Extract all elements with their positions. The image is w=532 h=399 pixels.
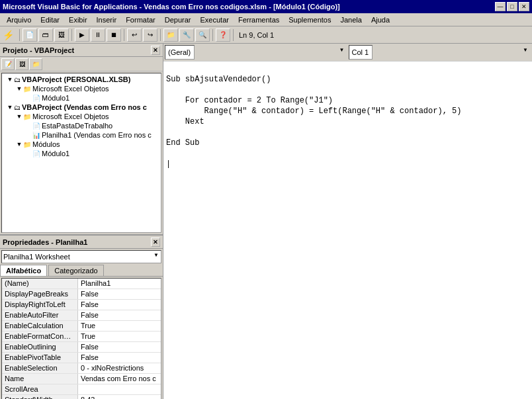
props-val-3: False — [78, 310, 161, 320]
menu-item-janela[interactable]: Janela — [337, 15, 366, 24]
menu-item-executar[interactable]: Executar — [197, 15, 233, 24]
run-btn[interactable]: ▶ — [75, 28, 89, 42]
help-btn[interactable]: ❓ — [216, 28, 230, 42]
code-editor[interactable]: Sub sbAjsutaVendedor() For contador = 2 … — [163, 62, 532, 399]
menu-item-ajuda[interactable]: Ajuda — [367, 15, 394, 24]
props-key-6: EnableOutlining — [2, 342, 78, 352]
props-val-6: False — [78, 342, 161, 352]
code-text-0 — [166, 64, 171, 75]
undo-btn[interactable]: ↩ — [127, 28, 142, 42]
view-code-btn[interactable]: 📝 — [1, 58, 15, 70]
menu-item-arquivo[interactable]: Arquivo — [3, 15, 35, 24]
toggle-folders-btn[interactable]: 📁 — [29, 58, 42, 70]
props-row-3[interactable]: EnableAutoFilterFalse — [2, 310, 161, 321]
menu-item-suplementos[interactable]: Suplementos — [285, 15, 335, 24]
project-panel-close[interactable]: ✕ — [151, 46, 160, 55]
menu-item-inserir[interactable]: Inserir — [93, 15, 121, 24]
props-row-10[interactable]: ScrollArea — [2, 384, 161, 395]
insert-module-btn[interactable]: 📄 — [22, 28, 37, 42]
stop-btn[interactable]: ⏹ — [107, 28, 121, 42]
insert-class-btn[interactable]: 🗃 — [38, 28, 53, 42]
tab-categorized[interactable]: Categorizado — [48, 265, 103, 276]
props-row-1[interactable]: DisplayPageBreaksFalse — [2, 289, 161, 300]
menu-item-ferramentas[interactable]: Ferramentas — [234, 15, 283, 24]
props-row-5[interactable]: EnableFormatConditionsTrue — [2, 332, 161, 342]
tree-label-7: Módulos — [32, 140, 60, 148]
code-text-6 — [166, 128, 171, 138]
menu-item-editar[interactable]: Editar — [36, 15, 64, 24]
project-panel-header: Projeto - VBAProject ✕ — [0, 44, 163, 57]
minimize-btn[interactable]: — — [495, 2, 506, 11]
tree-label-0: VBAProject (PERSONAL.XLSB) — [22, 75, 130, 83]
code-panel: (Geral) Col 1 Sub sbAjsutaVendedor() For… — [163, 44, 532, 399]
properties-panel-close[interactable]: ✕ — [151, 238, 160, 247]
tb-sep-0 — [19, 29, 20, 41]
tb-sep-2 — [124, 29, 124, 41]
procedure-dropdown[interactable]: Col 1 — [349, 45, 373, 60]
code-text-7: End Sub — [166, 138, 199, 149]
vba-icon: ⚡ — [3, 30, 14, 40]
props-key-8: EnableSelection — [2, 363, 78, 373]
tb-sep-3 — [160, 29, 161, 41]
props-key-4: EnableCalculation — [2, 321, 78, 331]
menu-item-formatar[interactable]: Formatar — [122, 15, 159, 24]
tree-item-3[interactable]: ▼🗂VBAProject (Vendas com Erro nos c — [3, 103, 159, 112]
props-key-1: DisplayPageBreaks — [2, 289, 78, 299]
tree-item-8[interactable]: 📄Módulo1 — [3, 149, 159, 158]
props-row-8[interactable]: EnableSelection0 - xlNoRestrictions — [2, 363, 161, 374]
props-key-7: EnablePivotTable — [2, 353, 78, 363]
tree-label-2: Módulo1 — [42, 94, 69, 102]
props-row-4[interactable]: EnableCalculationTrue — [2, 321, 161, 332]
props-grid: (Name)Planilha1DisplayPageBreaksFalseDis… — [1, 278, 161, 399]
properties-btn[interactable]: 🔧 — [179, 28, 194, 42]
props-row-0[interactable]: (Name)Planilha1 — [2, 279, 161, 289]
tree-item-7[interactable]: ▼📁Módulos — [3, 140, 159, 149]
properties-dropdown[interactable]: Planilha1 Worksheet — [1, 250, 161, 263]
props-val-0: Planilha1 — [78, 279, 161, 288]
insert-userform-btn[interactable]: 🖼 — [54, 28, 69, 42]
status-display: Ln 9, Col 1 — [239, 31, 274, 39]
code-line-0 — [166, 64, 529, 75]
code-line-7: End Sub — [166, 138, 529, 149]
tree-label-8: Módulo1 — [42, 150, 69, 157]
props-val-2: False — [78, 300, 161, 310]
project-panel: Projeto - VBAProject ✕ 📝 🖼 📁 ▼🗂VBAProjec… — [0, 44, 163, 236]
menu-item-depurar[interactable]: Depurar — [161, 15, 195, 24]
project-panel-toolbar: 📝 🖼 📁 — [0, 57, 163, 71]
tree-item-4[interactable]: ▼📁Microsoft Excel Objetos — [3, 112, 159, 121]
code-combo-row: (Geral) Col 1 — [163, 44, 532, 62]
code-text-4: Range("H" & contador) = Left(Range("H" &… — [166, 107, 461, 117]
object-browser-btn[interactable]: 🔍 — [195, 28, 210, 42]
tree-item-1[interactable]: ▼📁Microsoft Excel Objetos — [3, 84, 159, 93]
tree-item-2[interactable]: 📄Módulo1 — [3, 93, 159, 103]
pause-btn[interactable]: ⏸ — [91, 28, 105, 42]
properties-panel-header: Propriedades - Planilha1 ✕ — [0, 236, 163, 249]
redo-btn[interactable]: ↪ — [143, 28, 157, 42]
tree-item-0[interactable]: ▼🗂VBAProject (PERSONAL.XLSB) — [3, 75, 159, 84]
props-val-1: False — [78, 289, 161, 299]
close-btn[interactable]: ✕ — [519, 2, 529, 11]
tree-item-6[interactable]: 📊Planilha1 (Vendas com Erro nos c — [3, 130, 159, 140]
view-object-btn[interactable]: 🖼 — [15, 58, 28, 70]
tree-item-5[interactable]: 📄EstaPastaDeTrabalho — [3, 121, 159, 130]
project-explorer-btn[interactable]: 📁 — [163, 28, 178, 42]
props-row-9[interactable]: NameVendas com Erro nos c — [2, 374, 161, 384]
props-val-11: 8,43 — [78, 395, 161, 399]
menu-item-exibir[interactable]: Exibir — [65, 15, 91, 24]
props-row-2[interactable]: DisplayRightToLeftFalse — [2, 300, 161, 310]
tab-alphabetical[interactable]: Alfabético — [0, 265, 47, 276]
code-cursor-line — [166, 159, 529, 170]
props-row-11[interactable]: StandardWidth8,43 — [2, 395, 161, 399]
tree-label-3: VBAProject (Vendas com Erro nos c — [22, 103, 147, 111]
props-val-10 — [78, 384, 161, 394]
code-line-4: Range("H" & contador) = Left(Range("H" &… — [166, 107, 529, 117]
menu-bar: ArquivoEditarExibirInserirFormatarDepura… — [0, 13, 532, 26]
left-panel: Projeto - VBAProject ✕ 📝 🖼 📁 ▼🗂VBAProjec… — [0, 44, 163, 399]
props-val-7: False — [78, 353, 161, 363]
props-tabs: Alfabético Categorizado — [0, 265, 163, 277]
props-row-7[interactable]: EnablePivotTableFalse — [2, 353, 161, 363]
maximize-btn[interactable]: □ — [507, 2, 517, 11]
props-key-5: EnableFormatConditions — [2, 332, 78, 341]
object-dropdown[interactable]: (Geral) — [165, 45, 195, 60]
props-row-6[interactable]: EnableOutliningFalse — [2, 342, 161, 353]
